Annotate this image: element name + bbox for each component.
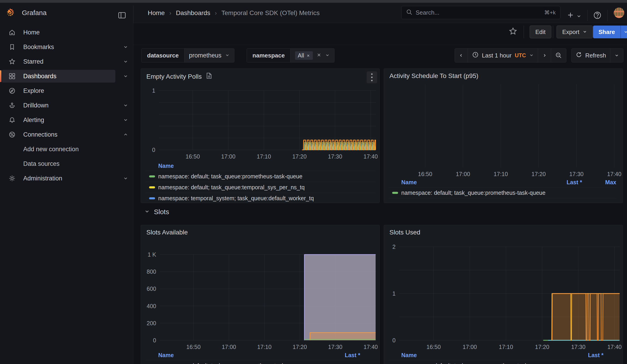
sidebar-item-starred[interactable]: Starred xyxy=(2,55,115,68)
namespace-filter-chip[interactable]: All xyxy=(295,51,313,60)
clear-filter-icon[interactable] xyxy=(316,52,321,59)
sidebar-item-bookmarks[interactable]: Bookmarks xyxy=(2,41,115,53)
edit-button[interactable]: Edit xyxy=(530,26,551,38)
time-shift-back-button[interactable] xyxy=(455,49,468,62)
chevron-down-icon[interactable] xyxy=(120,55,131,68)
chevron-down-icon xyxy=(582,29,587,36)
sidebar-item-label: Add new connection xyxy=(23,146,79,153)
sidebar-item-label: Connections xyxy=(23,131,57,138)
svg-text:0: 0 xyxy=(152,147,155,153)
legend-value-header[interactable]: Last * xyxy=(548,179,582,186)
chevron-down-icon[interactable] xyxy=(120,172,131,185)
datasource-filter-value[interactable]: prometheus xyxy=(184,49,234,62)
share-button[interactable]: Share xyxy=(593,26,620,38)
toolbar-divider xyxy=(524,26,524,38)
chevron-down-icon[interactable] xyxy=(120,41,131,53)
svg-text:16:50: 16:50 xyxy=(186,153,200,160)
sidebar-item-alerting[interactable]: Alerting xyxy=(2,113,115,126)
sidebar-item-add-new-connection[interactable]: Add new connection xyxy=(2,143,115,156)
legend-name-header[interactable]: Name xyxy=(388,352,569,359)
share-menu-button[interactable] xyxy=(620,26,627,38)
export-button[interactable]: Export xyxy=(557,26,593,38)
sidebar-item-drilldown[interactable]: Drilldown xyxy=(2,99,115,112)
svg-text:17:40: 17:40 xyxy=(607,171,622,177)
chevron-down-icon[interactable] xyxy=(325,52,330,59)
row-section-slots[interactable]: Slots xyxy=(144,208,169,216)
legend-value-header[interactable]: Max xyxy=(582,179,616,186)
svg-text:17:10: 17:10 xyxy=(257,153,271,160)
sidebar-item-data-sources[interactable]: Data sources xyxy=(2,157,115,170)
namespace-filter-value[interactable]: All xyxy=(290,49,334,62)
legend-series-label[interactable]: namespace: default; task_queue:prometheu… xyxy=(158,363,326,364)
svg-text:16:50: 16:50 xyxy=(418,171,432,177)
time-shift-forward-button[interactable] xyxy=(538,49,551,62)
toolbar-divider xyxy=(553,26,553,38)
refresh-button[interactable]: Refresh xyxy=(572,49,610,62)
svg-text:17:40: 17:40 xyxy=(364,153,378,160)
sidebar-item-explore[interactable]: Explore xyxy=(2,84,115,97)
svg-text:17:40: 17:40 xyxy=(364,344,378,350)
zoom-out-button[interactable] xyxy=(551,49,566,62)
chevron-down-icon[interactable] xyxy=(120,113,131,126)
bell-icon xyxy=(9,116,15,123)
legend-row: namespace: default; task_queue:prometheu… xyxy=(388,360,604,364)
grafana-dashboard-screen: Grafana Home › Dashboards › Temporal Cor… xyxy=(0,0,627,364)
svg-text:800: 800 xyxy=(147,268,156,275)
panel-legend: Name Last *Max namespace: default; task_… xyxy=(388,177,616,199)
legend-name-header[interactable]: Name xyxy=(146,163,376,169)
section-title: Slots xyxy=(154,208,169,216)
remove-chip-icon[interactable] xyxy=(307,52,310,59)
share-split-button: Share xyxy=(593,26,627,38)
sidebar-toggle-icon[interactable] xyxy=(118,12,126,20)
sidebar-item-label: Bookmarks xyxy=(23,44,54,51)
grid-icon xyxy=(9,73,15,80)
panel-menu-button[interactable] xyxy=(367,71,377,83)
legend-series-label[interactable]: namespace: default; task_queue:prometheu… xyxy=(401,363,569,364)
namespace-filter[interactable]: namespace All xyxy=(247,48,334,62)
svg-text:1: 1 xyxy=(392,290,396,297)
user-avatar[interactable] xyxy=(614,7,624,18)
sidebar-item-dashboards[interactable]: Dashboards xyxy=(2,70,115,83)
panel-title[interactable]: Slots Available xyxy=(146,229,188,236)
timeseries-chart[interactable]: 16:5017:0017:1017:2017:3017:401 K8006004… xyxy=(141,225,380,364)
legend-name-header[interactable]: Name xyxy=(388,179,548,186)
chevron-down-icon[interactable] xyxy=(576,14,581,20)
panel-title[interactable]: Activity Schedule To Start (p95) xyxy=(389,72,478,80)
nav-sidebar: Home Bookmarks Starred Dashboards Explor… xyxy=(0,23,133,364)
legend-name-header[interactable]: Name xyxy=(146,352,326,359)
legend-value-header[interactable]: Last * xyxy=(326,352,360,359)
legend-series-label[interactable]: namespace: default; task_queue:prometheu… xyxy=(401,190,548,196)
chevron-up-icon[interactable] xyxy=(120,128,131,141)
sidebar-item-home[interactable]: Home xyxy=(2,26,115,39)
legend-series-label[interactable]: namespace: default; task_queue:prometheu… xyxy=(158,173,376,180)
grafana-logo-icon[interactable] xyxy=(5,8,15,18)
sidebar-item-connections[interactable]: Connections xyxy=(2,128,115,141)
legend-row: namespace: temporal_system; task_queue:d… xyxy=(146,193,376,203)
legend-value-header[interactable]: Last * xyxy=(569,352,604,359)
svg-text:0: 0 xyxy=(153,337,156,343)
refresh-interval-button[interactable] xyxy=(610,49,623,62)
datasource-filter[interactable]: datasource prometheus xyxy=(141,48,234,62)
search-input[interactable]: Search... ⌘+k xyxy=(401,6,560,19)
timeseries-chart[interactable]: 16:5017:0017:1017:2017:3017:40210 xyxy=(384,225,623,364)
svg-text:17:10: 17:10 xyxy=(257,344,271,350)
breadcrumb-home[interactable]: Home xyxy=(148,9,165,17)
svg-text:17:10: 17:10 xyxy=(494,171,508,177)
sidebar-item-administration[interactable]: Administration xyxy=(2,172,115,185)
series-color-pill xyxy=(149,186,155,188)
legend-series-label[interactable]: namespace: default; task_queue:temporal_… xyxy=(158,184,376,191)
legend-series-label[interactable]: namespace: temporal_system; task_queue:d… xyxy=(158,195,376,202)
panel-title[interactable]: Slots Used xyxy=(389,229,420,236)
breadcrumb-dashboards[interactable]: Dashboards xyxy=(176,9,210,17)
chevron-down-icon[interactable] xyxy=(120,99,131,112)
chevron-down-icon[interactable] xyxy=(120,70,131,83)
panel-title[interactable]: Empty Activity Polls xyxy=(146,72,212,81)
help-icon[interactable] xyxy=(593,11,601,20)
chevron-down-icon xyxy=(225,52,230,59)
time-range-picker[interactable]: Last 1 hour UTC xyxy=(468,49,538,62)
legend-header: Name Last * xyxy=(146,350,360,360)
panel-description-icon[interactable] xyxy=(206,72,212,81)
add-new-button[interactable] xyxy=(567,11,574,20)
favorite-star-icon[interactable] xyxy=(509,27,517,37)
svg-text:600: 600 xyxy=(147,286,156,292)
